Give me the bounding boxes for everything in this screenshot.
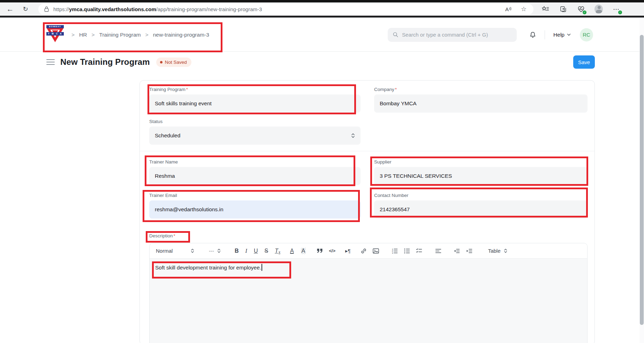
italic-button[interactable]: I — [245, 248, 247, 254]
indent-icon — [466, 248, 472, 254]
breadcrumb-item-training-program[interactable]: Training Program — [99, 32, 141, 38]
header-divider — [545, 30, 545, 39]
browser-back-button[interactable]: ← — [4, 4, 16, 14]
clear-format-button[interactable]: Tx — [275, 248, 280, 254]
table-select[interactable]: Table — [488, 248, 507, 254]
checklist-button[interactable] — [416, 248, 422, 254]
select-arrows-icon — [351, 132, 355, 139]
breadcrumb-item-hr[interactable]: HR — [79, 32, 87, 38]
favorite-star-button[interactable]: ☆ — [519, 4, 529, 14]
indent-button[interactable] — [466, 248, 472, 254]
page-title: New Training Program — [60, 57, 150, 67]
app-logo[interactable]: BOMBAY Y M C A — [46, 25, 64, 45]
browser-essentials-button[interactable]: ✓ — [577, 5, 585, 13]
browser-profile-icon — [594, 5, 603, 14]
favorites-star-lines-icon — [541, 6, 549, 13]
quote-icon — [317, 249, 323, 253]
breadcrumb-separator: > — [91, 32, 94, 38]
sidebar-toggle-button[interactable] — [46, 59, 55, 65]
select-arrows-icon — [191, 248, 194, 254]
description-label: Description — [149, 233, 173, 238]
scrollbar-thumb[interactable] — [640, 35, 644, 325]
field-training-program: Training Program* Soft skills training e… — [149, 87, 361, 113]
select-arrows-icon — [504, 248, 507, 254]
code-button[interactable]: </> — [329, 248, 335, 253]
browser-profile-button[interactable] — [594, 5, 603, 13]
underline-button[interactable]: U — [254, 248, 258, 254]
align-button[interactable] — [435, 249, 441, 253]
paragraph-style-select[interactable]: Normal — [156, 248, 194, 254]
description-editor: Normal --- B I U S Tx A A </> ▸¶ — [149, 243, 588, 343]
contact-number-label: Contact Number — [374, 193, 588, 198]
url-bar[interactable]: https://ymca.quality.vedarthsolutions.co… — [38, 4, 533, 15]
help-menu[interactable]: Help — [553, 32, 571, 38]
bullet-list-button[interactable] — [404, 248, 410, 254]
link-button[interactable] — [361, 248, 367, 254]
browser-menu-button[interactable]: ··· ↑ — [612, 5, 621, 13]
refresh-icon: ↻ — [23, 5, 28, 13]
not-saved-badge: Not Saved — [156, 58, 191, 67]
user-avatar[interactable]: RC — [580, 28, 593, 41]
field-status: Status Scheduled — [149, 119, 361, 145]
strikethrough-button[interactable]: S — [264, 248, 268, 254]
trainer-name-input[interactable]: Reshma — [149, 167, 361, 185]
logo-text-bottom: Y M C A — [46, 32, 64, 36]
breadcrumb-item-current[interactable]: new-training-program-3 — [153, 32, 209, 38]
browser-toolbar: ← ↻ https://ymca.quality.vedarthsolution… — [0, 2, 644, 16]
field-trainer-name: Trainer Name Reshma — [149, 159, 361, 185]
ordered-list-button[interactable]: 123 — [392, 248, 398, 254]
trainer-name-label: Trainer Name — [149, 159, 361, 165]
breadcrumb-separator: > — [71, 32, 75, 38]
global-search[interactable] — [388, 28, 517, 42]
sound-waves-icon — [509, 7, 512, 11]
training-program-input[interactable]: Soft skills training event — [149, 94, 361, 113]
chevron-down-icon — [567, 33, 571, 36]
paragraph-direction-button[interactable]: ▸¶ — [345, 248, 351, 254]
training-program-label: Training Program — [149, 87, 185, 92]
supplier-label: Supplier — [374, 159, 588, 165]
breadcrumb: > HR > Training Program > new-training-p… — [71, 32, 209, 38]
url-text: https://ymca.quality.vedarthsolutions.co… — [53, 6, 262, 12]
outdent-button[interactable] — [454, 248, 460, 254]
required-asterisk: * — [186, 87, 188, 92]
lock-icon — [44, 6, 49, 13]
checklist-icon — [416, 248, 422, 254]
field-contact-number: Contact Number 2142365547 — [374, 193, 588, 219]
highlight-color-button[interactable]: A — [301, 248, 306, 254]
link-icon — [361, 248, 367, 254]
update-badge: ↑ — [618, 10, 622, 14]
app-header: BOMBAY Y M C A > HR > Training Program >… — [0, 18, 644, 52]
image-icon — [373, 248, 379, 254]
global-search-input[interactable] — [402, 32, 507, 38]
trainer-email-input[interactable]: reshma@vedarthsolutions.in — [149, 200, 361, 219]
description-editor-content[interactable]: Soft skill development training for empl… — [150, 259, 587, 276]
browser-refresh-button[interactable]: ↻ — [20, 4, 31, 14]
text-color-button[interactable]: A — [290, 248, 294, 254]
ordered-list-icon: 123 — [392, 248, 398, 254]
logo-text-top: BOMBAY — [46, 25, 64, 28]
text-cursor — [262, 264, 262, 271]
notifications-button[interactable] — [529, 31, 536, 38]
supplier-input[interactable]: 3 PS TECHNICAL SERVICES — [374, 167, 588, 185]
required-asterisk: * — [174, 233, 175, 238]
image-button[interactable] — [373, 248, 379, 254]
bell-icon — [529, 31, 536, 38]
company-label: Company — [374, 87, 394, 92]
horizontal-rule-select[interactable]: --- — [209, 248, 221, 254]
favorites-bar-button[interactable] — [541, 5, 550, 13]
collections-button[interactable] — [559, 5, 567, 13]
save-button[interactable]: Save — [573, 55, 595, 69]
read-aloud-button[interactable]: A — [505, 6, 512, 12]
star-icon: ☆ — [521, 5, 526, 13]
trainer-email-label: Trainer Email — [149, 193, 361, 198]
status-label: Status — [149, 119, 361, 124]
status-select[interactable]: Scheduled — [149, 127, 361, 145]
blockquote-button[interactable] — [317, 249, 323, 253]
bold-button[interactable]: B — [235, 248, 239, 254]
description-text: Soft skill development training for empl… — [155, 265, 261, 270]
browser-tab-strip — [0, 0, 644, 2]
contact-number-input[interactable]: 2142365547 — [374, 200, 588, 219]
outdent-icon — [454, 248, 460, 254]
status-dot-icon — [160, 61, 162, 63]
company-input[interactable]: Bombay YMCA — [374, 94, 588, 113]
